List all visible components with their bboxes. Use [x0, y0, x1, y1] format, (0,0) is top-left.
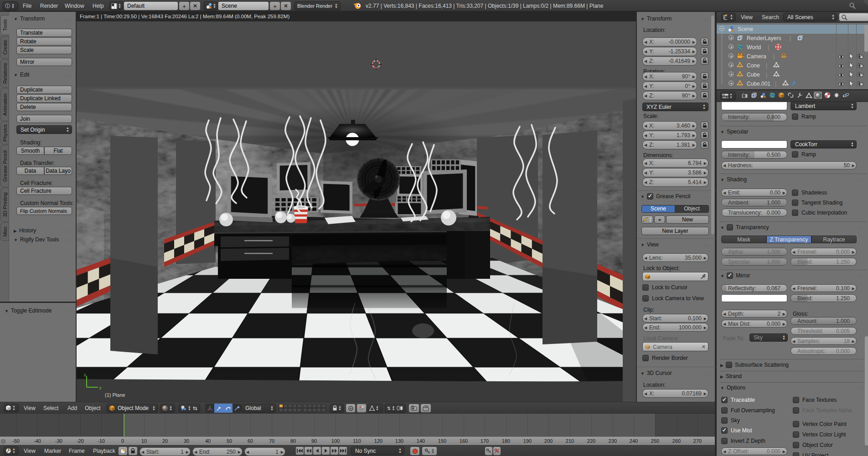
svg-text:(1) Plane: (1) Plane [105, 392, 125, 398]
svg-text:y: y [99, 385, 102, 390]
svg-text:z: z [84, 373, 86, 377]
svg-text:Frame:1 | Time:00:29.50 | Ve:1: Frame:1 | Time:00:29.50 | Ve:16843 Fa:20… [80, 14, 289, 19]
